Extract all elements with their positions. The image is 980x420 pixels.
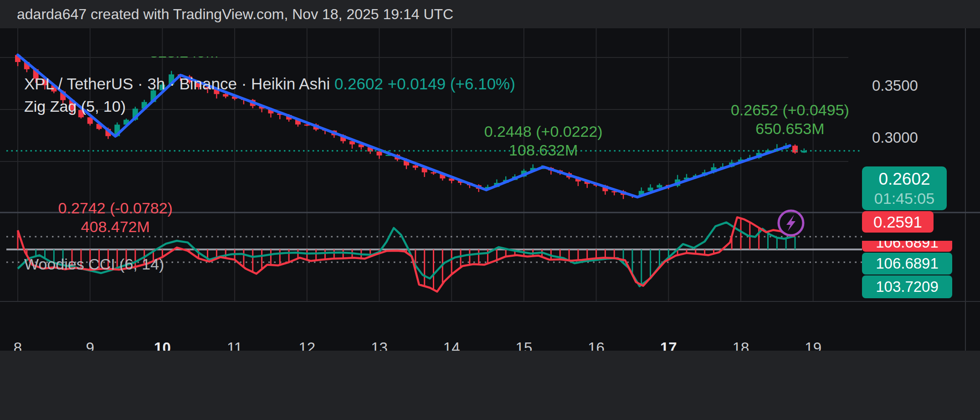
flash-icon[interactable] — [777, 209, 805, 237]
pivot-label: 0.2448 (+0.0222)108.632M — [439, 122, 648, 160]
page-root: { "header": { "attribution": "adarda647 … — [0, 0, 980, 420]
zigzag-indicator-label[interactable]: Zig Zag (5, 10) — [24, 98, 126, 115]
pivot-volume: 650.653M — [685, 119, 895, 138]
pivot-volume: 408.472M — [10, 218, 220, 236]
last-price-value: 0.2602 — [878, 169, 930, 189]
symbol-change: +0.0149 (+6.10%) — [388, 75, 515, 93]
pivot-label: 0.2742 (-0.0782)408.472M — [10, 199, 220, 236]
symbol-header: XPL / TetherUS · 3h · Binance · Heikin A… — [24, 74, 515, 94]
flash-bolt — [786, 215, 795, 231]
pivot-price-change: 0.2448 (+0.0222) — [439, 122, 648, 141]
pivot-volume: 108.632M — [439, 141, 648, 160]
pivot-price-change: 0.2742 (-0.0782) — [10, 199, 220, 218]
woodies-cci-indicator-label[interactable]: Woodies CCI (6, 14) — [24, 255, 164, 273]
cci-value: 106.6891 — [876, 241, 939, 251]
attribution-text: adarda647 created with TradingView.com, … — [17, 6, 453, 23]
pivot-label-clipped: 323.249M — [93, 57, 275, 67]
symbol-title: XPL / TetherUS · 3h · Binance · Heikin A… — [24, 75, 330, 93]
bar-countdown: 01:45:05 — [874, 189, 934, 207]
pivot-label: 0.2652 (+0.0495)650.653M — [685, 101, 895, 138]
last-price-badge: 0.2602 01:45:05 — [862, 166, 947, 210]
cci-value-badge: 106.6891 — [862, 253, 952, 275]
chart-area: XPL / TetherUS · 3h · Binance · Heikin A… — [0, 28, 980, 351]
cci-value-badge: 103.7209 — [862, 275, 952, 298]
symbol-last-price: 0.2602 — [334, 75, 383, 93]
cci-value-badge-clipped: 106.6891 — [862, 241, 952, 252]
footer: TradingView @ JENNIFER707 — [0, 351, 980, 420]
prev-close-badge: 0.2591 — [862, 211, 934, 233]
top-attribution-bar: adarda647 created with TradingView.com, … — [0, 0, 980, 28]
price-axis-label: 0.3500 — [872, 77, 963, 94]
pivot-volume: 323.249M — [93, 57, 275, 61]
pivot-price-change: 0.2652 (+0.0495) — [685, 101, 895, 119]
